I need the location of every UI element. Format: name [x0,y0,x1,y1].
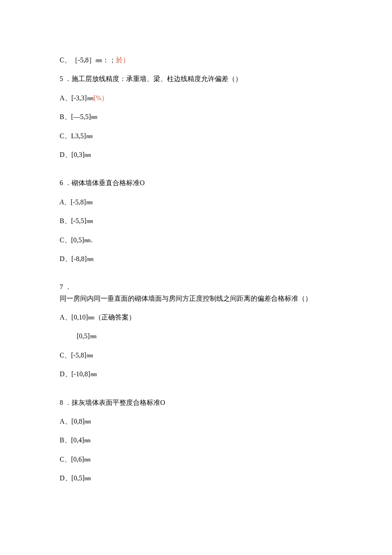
q7-number: 7 ． [60,282,332,292]
q7-option-d: D、[-10,8]㎜ [60,369,332,379]
q5-option-a: A、[-3,3]㎜[%） [60,93,332,103]
q6-option-a-rest: 、[-5,8]㎜ [64,198,93,206]
q5-option-c: C、L3,5]㎜ [60,131,332,141]
q7-option-a: A、[0,10]㎜（正确答案） [60,313,332,322]
q6-option-d: D、[-8,8]㎜ [60,254,332,264]
spacer [60,389,332,398]
q4-option-c: C、［-5,8］㎜：；於） [60,55,332,65]
document-page: C、［-5,8］㎜：；於） 5 ．施工层放线精度：承重墙、梁、柱边线精度允许偏差… [0,0,392,535]
q6-option-b: B、[-5,5]㎜ [60,216,332,226]
q5-option-b: B、[—5,5]㎜ [60,112,332,122]
spacer [60,169,332,178]
q4-option-c-red: 於） [116,56,130,64]
q4-option-c-text: C、［-5,8］㎜：； [60,56,116,64]
q5-option-d: D、[0,3]㎜ [60,150,332,160]
q6-option-a-label: A [60,198,64,206]
q6-option-c: C、[0,5]㎜. [60,235,332,245]
q8-option-d: D、[0,5]㎜ [60,474,332,483]
q5-title: 5 ．施工层放线精度：承重墙、梁、柱边线精度允许偏差（） [60,74,332,84]
q7-title: 同一房间内同一垂直面的砌体墙面与房间方正度控制线之间距离的偏差合格标准（） [60,294,332,303]
q8-option-c: C、[0,6]㎜ [60,455,332,464]
spacer [60,273,332,282]
q7-option-c: C、[-5,8]㎜ [60,351,332,360]
q8-option-a: A、[0,8]㎜ [60,417,332,426]
q6-title: 6 ．砌体墙体垂直合格标准O [60,178,332,188]
q5-option-a-text: A、[-3,3]㎜ [60,94,94,102]
q8-title: 8 ．抹灰墙体表面平整度合格标准O [60,398,332,407]
q5-option-a-red: [%） [94,94,109,102]
q6-option-a: A、[-5,8]㎜ [60,198,332,207]
q8-option-b: B、[0,4]㎜ [60,436,332,445]
q7-option-b: [0,5]㎜ [60,331,332,341]
